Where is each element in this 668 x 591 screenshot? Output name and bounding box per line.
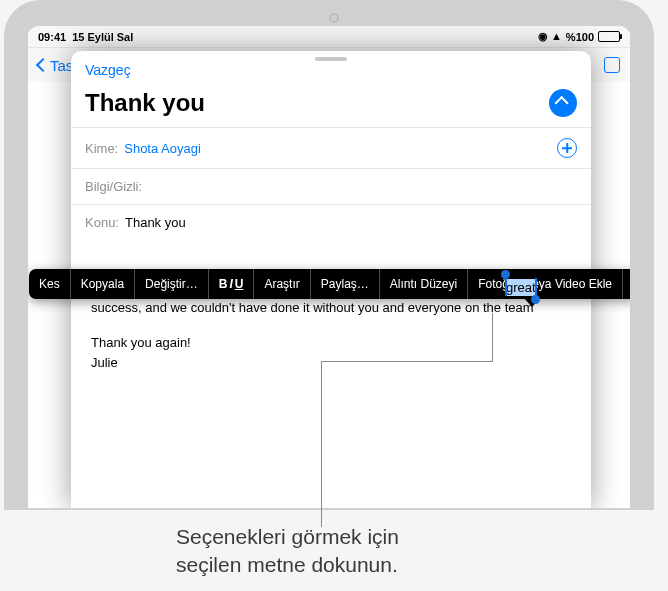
status-date: 15 Eylül Sal xyxy=(72,31,133,43)
callout-line xyxy=(321,361,322,527)
cancel-button[interactable]: Vazgeç xyxy=(85,62,131,78)
back-button[interactable]: Tas xyxy=(38,57,73,74)
selection-handle-end[interactable] xyxy=(535,278,537,296)
battery-percent: %100 xyxy=(566,31,594,43)
ipad-device-frame: 09:41 15 Eylül Sal ◉ ▲ %100 Tas Vazgeç xyxy=(4,0,654,510)
to-label: Kime: xyxy=(85,141,118,156)
text-selection[interactable]: great xyxy=(506,279,536,296)
screen: 09:41 15 Eylül Sal ◉ ▲ %100 Tas Vazgeç xyxy=(28,26,630,508)
menu-replace[interactable]: Değiştir… xyxy=(135,269,209,299)
status-time: 09:41 xyxy=(38,31,66,43)
send-button[interactable] xyxy=(549,89,577,117)
add-recipient-button[interactable] xyxy=(557,138,577,158)
menu-lookup[interactable]: Araştır xyxy=(254,269,310,299)
caption-line-1: Seçenekleri görmek için xyxy=(176,523,399,551)
home-button-icon xyxy=(329,13,339,23)
menu-insert-photo[interactable]: Fotoğraf veya Video Ekle xyxy=(468,269,623,299)
status-bar: 09:41 15 Eylül Sal ◉ ▲ %100 xyxy=(28,26,630,48)
email-body[interactable]: Everything was perfect! Thanks so much f… xyxy=(71,240,591,372)
compose-sheet: Vazgeç Thank you Kime: Shota Aoyagi Bilg… xyxy=(71,51,591,509)
to-value[interactable]: Shota Aoyagi xyxy=(124,141,201,156)
cc-label: Bilgi/Gizli: xyxy=(85,179,142,194)
callout-line xyxy=(321,361,493,362)
subject-value[interactable]: Thank you xyxy=(125,215,186,230)
cc-bcc-field[interactable]: Bilgi/Gizli: xyxy=(71,168,591,204)
menu-cut[interactable]: Kes xyxy=(29,269,71,299)
menu-more-icon[interactable] xyxy=(631,279,637,289)
compose-icon[interactable] xyxy=(604,57,620,73)
chevron-left-icon xyxy=(36,58,50,72)
menu-quote-level[interactable]: Alıntı Düzeyi xyxy=(380,269,468,299)
wifi-icon: ◉ ▲ xyxy=(538,30,562,43)
subject-field[interactable]: Konu: Thank you xyxy=(71,204,591,240)
selection-handle-start[interactable] xyxy=(505,278,507,296)
sheet-grabber[interactable] xyxy=(315,57,347,61)
compose-title: Thank you xyxy=(85,89,205,117)
text-context-menu: Kes Kopyala Değiştir… BIU Araştır Paylaş… xyxy=(29,269,637,299)
caption-line-2: seçilen metne dokunun. xyxy=(176,551,399,579)
menu-share[interactable]: Paylaş… xyxy=(311,269,380,299)
subject-label: Konu: xyxy=(85,215,119,230)
body-paragraph-2[interactable]: Thank you again! xyxy=(91,333,571,353)
callout-line xyxy=(492,313,493,361)
menu-copy[interactable]: Kopyala xyxy=(71,269,135,299)
menu-biu[interactable]: BIU xyxy=(209,269,255,299)
back-label: Tas xyxy=(50,57,73,74)
arrow-up-icon xyxy=(555,96,569,110)
body-signature[interactable]: Julie xyxy=(91,353,571,373)
caption: Seçenekleri görmek için seçilen metne do… xyxy=(176,523,399,580)
to-field[interactable]: Kime: Shota Aoyagi xyxy=(71,127,591,168)
battery-icon xyxy=(598,31,620,42)
